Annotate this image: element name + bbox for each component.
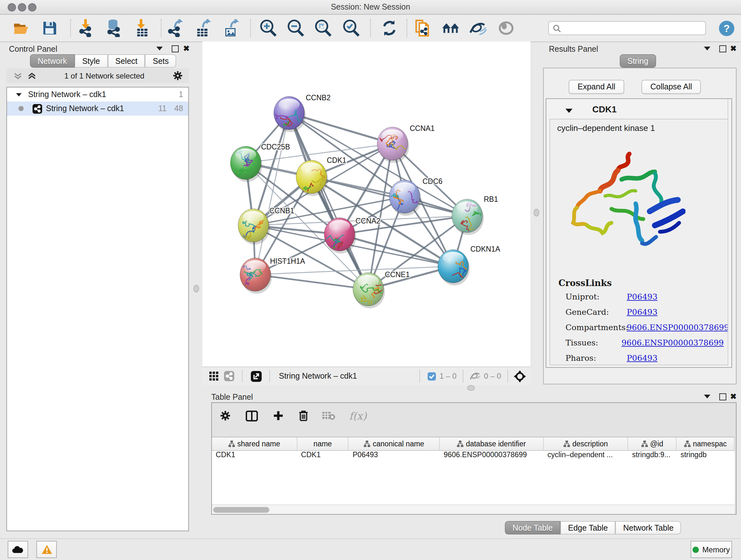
- control-panel-collapse-icon[interactable]: [156, 46, 163, 51]
- column-type-icon: [228, 441, 235, 447]
- network-canvas[interactable]: CCNB2CCNA1CDC25BCDK1CDC6RB1CCNB1CCNA2CDK…: [202, 42, 530, 367]
- column-header-database-identifier[interactable]: database identifier: [440, 437, 543, 450]
- column-header-name[interactable]: name: [297, 437, 349, 450]
- crosslink-link[interactable]: P06493: [627, 292, 657, 301]
- gene-collapse-icon[interactable]: [565, 108, 572, 114]
- network-share-icon[interactable]: [224, 371, 234, 381]
- crosslink-link[interactable]: P06493: [627, 307, 657, 317]
- crosslink-link[interactable]: P06493: [627, 353, 657, 363]
- table-hscrollbar[interactable]: [212, 504, 735, 514]
- delete-column-icon[interactable]: [299, 410, 308, 422]
- column-header-description[interactable]: description: [543, 437, 628, 450]
- table-cell[interactable]: CDK1: [212, 451, 297, 462]
- network-node-rb1[interactable]: [452, 199, 484, 235]
- show-columns-icon[interactable]: [246, 410, 258, 421]
- zoom-out-icon[interactable]: [286, 19, 305, 37]
- memory-button[interactable]: Memory: [690, 541, 732, 558]
- export-table-icon[interactable]: [194, 19, 212, 37]
- tab-edge-table[interactable]: Edge Table: [560, 521, 616, 535]
- bottom-splitter-grip[interactable]: [467, 385, 475, 391]
- crosslink-link[interactable]: 9606.ENSP00000378699: [621, 338, 724, 348]
- selected-checkbox-icon[interactable]: [427, 372, 435, 380]
- save-session-icon[interactable]: [41, 19, 59, 37]
- import-database-icon[interactable]: [105, 19, 123, 37]
- table-gear-icon[interactable]: [220, 411, 230, 421]
- home-networks-icon[interactable]: [442, 19, 460, 37]
- collapse-all-networks-icon[interactable]: [14, 72, 22, 79]
- tab-network[interactable]: Network: [30, 54, 75, 68]
- table-hscrollbar-thumb[interactable]: [213, 507, 269, 512]
- table-cell[interactable]: P06493: [349, 451, 440, 462]
- table-cell[interactable]: CDK1: [297, 451, 349, 462]
- help-icon[interactable]: ?: [718, 19, 735, 37]
- network-node-ccna1[interactable]: [377, 127, 409, 163]
- export-image-icon[interactable]: [222, 19, 240, 37]
- column-header-canonical-name[interactable]: canonical name: [349, 437, 440, 450]
- table-cell[interactable]: stringdb: [677, 451, 735, 462]
- network-node-ccne1[interactable]: [353, 273, 385, 308]
- table-panel-close-icon[interactable]: ✖: [730, 392, 737, 401]
- network-node-ccnb2[interactable]: [272, 97, 306, 137]
- open-session-icon[interactable]: [13, 19, 30, 37]
- table-panel-float-icon[interactable]: [719, 393, 726, 400]
- expand-all-button[interactable]: Expand All: [569, 80, 624, 94]
- zoom-selected-icon[interactable]: [342, 19, 360, 37]
- results-panel-float-icon[interactable]: [719, 45, 726, 52]
- search-input[interactable]: [561, 23, 691, 33]
- network-node-hist1h1a[interactable]: [239, 258, 272, 294]
- expand-all-networks-icon[interactable]: [28, 72, 36, 79]
- collapse-all-button[interactable]: Collapse All: [642, 80, 701, 94]
- tab-sets[interactable]: Sets: [145, 54, 177, 68]
- table-toolbar: f(x): [212, 403, 736, 428]
- column-header--id[interactable]: @id: [628, 437, 677, 450]
- table-panel-collapse-icon[interactable]: [704, 394, 711, 399]
- birdseye-grid-icon[interactable]: [209, 372, 218, 381]
- table-header-row[interactable]: shared namenamecanonical namedatabase id…: [212, 437, 735, 451]
- export-network-icon[interactable]: [166, 19, 185, 37]
- network-node-cdkn1a[interactable]: [438, 250, 476, 289]
- column-header-namespac[interactable]: namespac: [677, 437, 735, 450]
- tab-network-table[interactable]: Network Table: [616, 521, 681, 535]
- refresh-icon[interactable]: [381, 19, 398, 37]
- column-label: namespac: [693, 440, 727, 448]
- tree-expander-icon[interactable]: [16, 92, 22, 97]
- right-splitter-grip[interactable]: [534, 209, 539, 216]
- create-column-icon[interactable]: [273, 411, 283, 421]
- import-table-icon[interactable]: [133, 19, 151, 37]
- column-header-shared-name[interactable]: shared name: [212, 437, 297, 450]
- warnings-button[interactable]: [37, 541, 57, 558]
- cloud-button[interactable]: [8, 541, 28, 558]
- table-cell[interactable]: 9606.ENSP00000378699: [440, 451, 543, 462]
- network-node-cdk1[interactable]: [290, 160, 330, 199]
- show-all-icon[interactable]: [497, 19, 515, 37]
- zoom-in-icon[interactable]: [259, 19, 277, 37]
- results-panel-close-icon[interactable]: ✖: [730, 44, 737, 53]
- gene-name[interactable]: CDK1: [592, 104, 616, 114]
- control-panel-close-icon[interactable]: ✖: [183, 44, 190, 53]
- clone-network-icon[interactable]: [414, 19, 431, 37]
- open-in-window-icon[interactable]: [251, 371, 262, 381]
- column-label: database identifier: [466, 440, 526, 448]
- network-row[interactable]: String Network – cdk1 11 48: [7, 102, 188, 116]
- import-network-icon[interactable]: [77, 19, 95, 37]
- center-view-icon[interactable]: [514, 370, 526, 382]
- crosslink-link[interactable]: 9606.ENSP00000378699: [627, 322, 729, 332]
- network-node-cdc25b[interactable]: [230, 146, 262, 182]
- tab-node-table[interactable]: Node Table: [505, 521, 560, 535]
- left-splitter-grip[interactable]: [193, 285, 199, 293]
- zoom-fit-icon[interactable]: [314, 19, 332, 37]
- tab-select[interactable]: Select: [108, 54, 145, 68]
- hide-selected-icon[interactable]: [469, 19, 487, 37]
- table-cell[interactable]: cyclin–dependent ...: [543, 451, 628, 462]
- toolbar-search[interactable]: [548, 21, 706, 35]
- network-node-cdc6[interactable]: [385, 180, 421, 216]
- network-options-gear-icon[interactable]: [173, 71, 183, 80]
- tab-style[interactable]: Style: [75, 54, 108, 68]
- table-row[interactable]: CDK1CDK1P064939606.ENSP00000378699cyclin…: [212, 451, 735, 462]
- results-panel-collapse-icon[interactable]: [704, 46, 711, 51]
- control-panel-float-icon[interactable]: [172, 45, 179, 52]
- network-collection-row[interactable]: String Network – cdk1 1: [7, 87, 188, 102]
- results-scrollbar[interactable]: [728, 99, 731, 366]
- tab-string[interactable]: String: [620, 54, 656, 68]
- table-cell[interactable]: stringdb:9...: [628, 451, 677, 462]
